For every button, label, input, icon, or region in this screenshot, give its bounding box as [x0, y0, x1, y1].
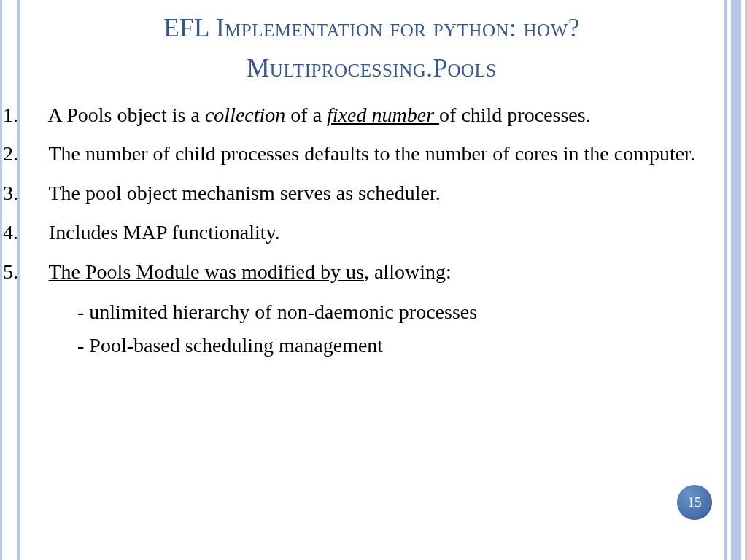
page-number-badge: 15	[677, 485, 712, 520]
bullet-list: 1. A Pools object is a collection of a f…	[36, 101, 707, 287]
content-area: EFL Implementation for python: how? Mult…	[36, 11, 707, 362]
text: A Pools object is a	[47, 104, 204, 126]
text: of a	[285, 104, 327, 126]
list-item: 4. Includes MAP functionality.	[36, 218, 707, 247]
item-number: 5.	[36, 257, 44, 287]
item-number: 2.	[36, 139, 44, 168]
title-line-1: EFL Implementation for python: how?	[163, 14, 580, 42]
decor-bar	[731, 0, 741, 560]
text-italic: collection	[205, 104, 285, 126]
item-number: 4.	[36, 218, 44, 247]
list-item: 5. The Pools Module was modified by us, …	[36, 257, 707, 287]
decor-bar	[0, 0, 2, 560]
text: , allowing:	[364, 260, 452, 283]
slide-title: EFL Implementation for python: how? Mult…	[36, 11, 707, 86]
text-underline: The Pools Module was modified by us	[49, 260, 364, 283]
title-line-2: Multiprocessing.Pools	[36, 51, 707, 85]
page-number: 15	[688, 494, 702, 510]
decor-bar	[724, 0, 727, 560]
slide: EFL Implementation for python: how? Mult…	[0, 0, 747, 560]
item-number: 3.	[36, 179, 44, 208]
text: of child processes.	[439, 104, 591, 126]
list-item: 2. The number of child processes default…	[36, 139, 707, 168]
sub-list: - unlimited hierarchy of non-daemonic pr…	[36, 296, 707, 361]
list-item: 3. The pool object mechanism serves as s…	[36, 179, 707, 208]
text-italic-underline: fixed number	[327, 104, 439, 126]
list-item: 1. A Pools object is a collection of a f…	[36, 101, 707, 130]
text: Includes MAP functionality.	[49, 221, 280, 244]
sub-item: - unlimited hierarchy of non-daemonic pr…	[77, 296, 707, 327]
text: The number of child processes defaults t…	[49, 142, 695, 165]
sub-item: - Pool-based scheduling management	[77, 330, 707, 361]
item-number: 1.	[36, 101, 44, 130]
text: The pool object mechanism serves as sche…	[49, 182, 441, 204]
